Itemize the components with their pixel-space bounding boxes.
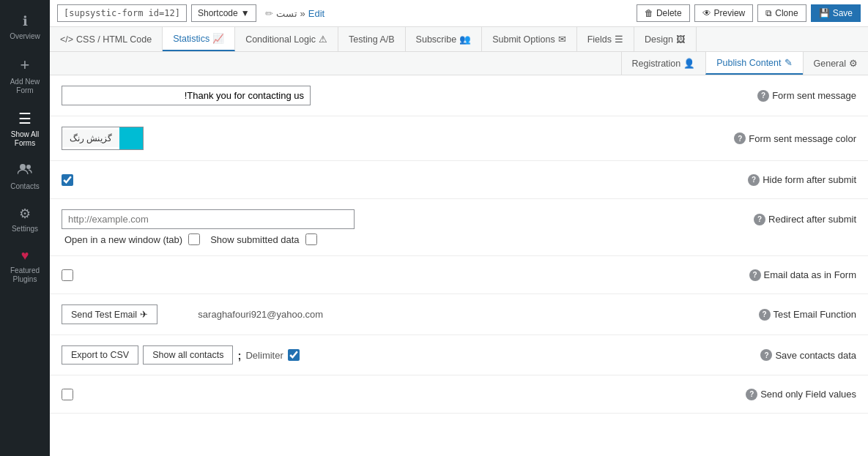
delete-button[interactable]: 🗑 Delete — [637, 4, 690, 22]
help-icon[interactable]: ? — [748, 174, 760, 186]
form-row-test-email-function: Send Test Email ✈ Test Email Function ? — [50, 294, 868, 335]
hide-form-checkbox-area — [62, 174, 73, 186]
sidebar-item-show-all-forms[interactable]: ☰ Show All Forms — [0, 102, 50, 155]
show-submitted-data-checkbox[interactable] — [305, 233, 317, 245]
form-sent-message-input[interactable] — [62, 86, 311, 105]
send-only-field-values-checkbox[interactable] — [62, 389, 73, 400]
sidebar-item-label: Contacts — [10, 182, 39, 191]
sidebar-item-featured-plugins[interactable]: ♥ Featured Plugins — [0, 241, 50, 291]
add-icon: + — [21, 56, 30, 75]
shortcode-dropdown-label: Shortcode — [198, 8, 238, 18]
user-icon: 👤 — [683, 58, 695, 69]
form-sent-message-input-area — [62, 86, 311, 105]
delimiter-label: Delimiter — [245, 350, 283, 361]
test-email-input[interactable] — [162, 309, 323, 320]
code-icon: </> — [60, 34, 73, 45]
tab-registration[interactable]: Registration 👤 — [621, 52, 706, 75]
fields-icon: ☰ — [615, 34, 623, 45]
edit-link[interactable]: Edit — [308, 8, 324, 19]
help-icon[interactable]: ? — [760, 349, 772, 361]
tab-fields[interactable]: Fields ☰ — [577, 27, 634, 51]
email-data-checkbox[interactable] — [62, 269, 73, 281]
help-icon[interactable]: ? — [734, 132, 746, 144]
form-row-redirect-after-submit: Redirect after submit ? Open in a new wi… — [50, 199, 868, 256]
clone-icon: ⧉ — [765, 8, 772, 18]
clone-button[interactable]: ⧉ Clone — [757, 4, 806, 22]
pencil-icon: ✏ — [265, 8, 273, 19]
form-row-send-only-field-values: Send only Field values ? — [50, 375, 868, 414]
svg-point-0 — [20, 164, 26, 170]
sidebar-item-overview[interactable]: ℹ Overview — [0, 6, 50, 48]
show-all-contacts-button[interactable]: Show all contacts — [143, 345, 233, 365]
info-icon: ℹ — [23, 13, 28, 29]
topbar: [supsystic-form id=12] Shortcode ▼ ✏ تست… — [50, 0, 868, 27]
shortcode-display: [supsystic-form id=12] — [57, 4, 187, 22]
form-row-save-contacts-data: Export to CSV Show all contacts ; Delimi… — [50, 335, 868, 375]
settings-icon: ⚙ — [19, 206, 31, 222]
help-icon[interactable]: ? — [749, 269, 761, 281]
hide-form-label: Hide form after submit ? — [748, 174, 856, 186]
form-row-form-sent-message-color: گزینش رنگ Form sent message color ? — [50, 116, 868, 161]
send-only-field-values-checkbox-area — [62, 389, 73, 400]
delimiter-area: ; Delimiter — [237, 349, 299, 362]
tab-statistics[interactable]: Statistics 📈 — [163, 27, 235, 51]
tab-design[interactable]: Design 🖼 — [634, 27, 697, 51]
redirect-url-input-area — [62, 209, 355, 229]
save-contacts-label: Save contacts data ? — [760, 349, 856, 361]
help-icon[interactable]: ? — [754, 214, 765, 225]
sidebar-item-label: Overview — [10, 32, 40, 41]
color-input-area: گزینش رنگ — [62, 127, 144, 150]
tab-subscribe[interactable]: Subscribe 👥 — [406, 27, 483, 51]
save-button[interactable]: 💾 Save — [811, 4, 861, 22]
sidebar-item-settings[interactable]: ⚙ Settings — [0, 198, 50, 241]
sidebar-item-label: Settings — [12, 225, 38, 233]
email-data-checkbox-area — [62, 269, 73, 281]
help-icon[interactable]: ? — [759, 309, 771, 321]
help-icon[interactable]: ? — [746, 389, 757, 400]
breadcrumb-text: تست — [276, 8, 297, 19]
send-test-email-button[interactable]: Send Test Email ✈ — [62, 304, 157, 324]
sidebar: ℹ Overview + Add New Form ☰ Show All For… — [0, 0, 50, 456]
image-icon: 🖼 — [676, 34, 686, 45]
open-new-window-checkbox[interactable] — [188, 233, 200, 245]
show-submitted-data-area: Show submitted data — [210, 233, 316, 245]
tab-css-html[interactable]: </> CSS / HTML Code — [50, 27, 163, 51]
sidebar-item-label: Add New Form — [3, 78, 47, 95]
test-email-label: Test Email Function ? — [759, 309, 856, 321]
help-icon[interactable]: ? — [757, 90, 769, 102]
content-area: Form sent message ? گزینش رنگ Form sent … — [50, 75, 868, 456]
form-row-form-sent-message: Form sent message ? — [50, 75, 868, 116]
redirect-after-submit-label: Redirect after submit ? — [754, 214, 856, 225]
shortcode-dropdown[interactable]: Shortcode ▼ — [191, 4, 256, 22]
tab-publish-content[interactable]: Publish Content ✎ — [705, 52, 802, 75]
contacts-icon — [18, 162, 32, 179]
tabs-row2: Registration 👤 Publish Content ✎ General… — [50, 52, 868, 75]
send-only-field-values-label: Send only Field values ? — [746, 389, 856, 400]
form-sent-message-label: Form sent message ? — [757, 90, 856, 102]
chevron-down-icon: ▼ — [241, 8, 250, 18]
show-submitted-data-label: Show submitted data — [210, 234, 299, 245]
svg-point-1 — [26, 165, 31, 169]
save-contacts-input-area: Export to CSV Show all contacts ; Delimi… — [62, 345, 300, 365]
warning-icon: ⚠ — [319, 34, 327, 45]
color-picker-button[interactable]: گزینش رنگ — [62, 127, 144, 150]
trash-icon: 🗑 — [645, 8, 653, 18]
open-new-window-label: Open in a new window (tab) — [64, 234, 182, 245]
export-to-csv-button[interactable]: Export to CSV — [62, 345, 138, 365]
email-data-label: Email data as in Form ? — [749, 269, 856, 281]
preview-button[interactable]: 👁 Preview — [694, 4, 754, 22]
sidebar-item-add-new-form[interactable]: + Add New Form — [0, 48, 50, 102]
sidebar-item-contacts[interactable]: Contacts — [0, 155, 50, 198]
save-contacts-checkbox[interactable] — [288, 349, 300, 361]
redirect-url-input[interactable] — [62, 209, 355, 229]
tab-submit-options[interactable]: Submit Options ✉ — [482, 27, 576, 51]
tab-testing-ab[interactable]: Testing A/B — [338, 27, 406, 51]
hide-form-checkbox[interactable] — [62, 174, 73, 186]
tab-conditional-logic[interactable]: Conditional Logic ⚠ — [235, 27, 338, 51]
breadcrumb: ✏ تست » Edit — [265, 8, 325, 19]
sidebar-item-label: Show All Forms — [3, 130, 47, 148]
list-icon: ☰ — [18, 110, 31, 127]
users-icon: 👥 — [459, 34, 471, 45]
tab-general[interactable]: General ⚙ — [803, 52, 868, 75]
gear-icon: ⚙ — [849, 58, 858, 69]
